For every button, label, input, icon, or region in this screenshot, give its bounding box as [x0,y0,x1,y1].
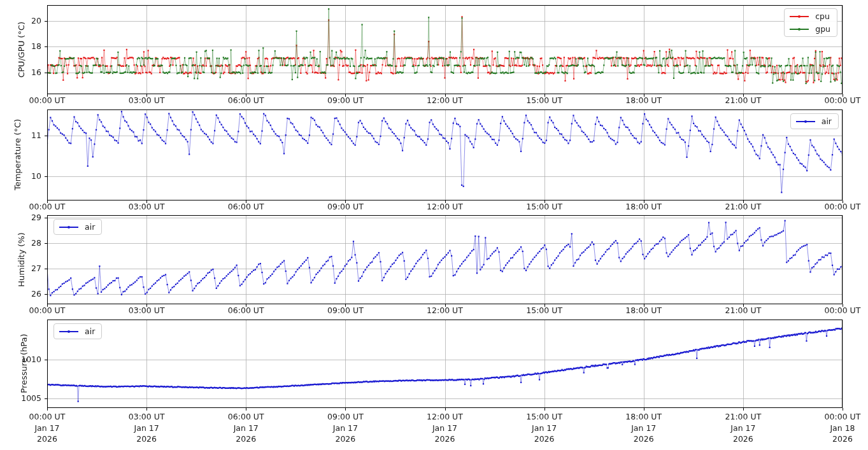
ylabel-cpu-gpu: CPU/GPU (°C) [17,22,26,78]
legend-label-gpu: gpu [815,24,830,34]
legend-pressure: air [53,323,102,339]
air-line-marker-icon [59,227,78,228]
ylabel-humidity: Humidity (%) [17,232,26,287]
weather-telemetry-figure: 00:00 UT03:00 UT06:00 UT09:00 UT12:00 UT… [0,0,868,450]
legend-cpu-gpu: cpu gpu [784,8,837,37]
air-line-marker-icon [796,121,815,122]
legend-item-gpu: gpu [790,24,830,34]
legend-label-air-pressure: air [85,327,95,336]
legend-humidity: air [53,219,102,235]
legend-label-cpu: cpu [815,11,830,21]
legend-item-air-pressure: air [59,327,95,336]
ylabel-temperature: Temperature (°C) [13,119,22,190]
gpu-line-marker-icon [790,29,809,30]
legend-item-air-humidity: air [59,222,95,232]
chart-canvas [0,0,868,450]
ylabel-pressure: Pressure (hPa) [20,334,29,393]
legend-temperature: air [790,113,839,129]
cpu-line-marker-icon [790,16,809,17]
legend-label-air-temp: air [822,116,832,126]
air-line-marker-icon [59,331,78,332]
legend-item-cpu: cpu [790,11,830,21]
legend-item-air-temp: air [796,116,832,126]
legend-label-air-humidity: air [85,222,95,232]
